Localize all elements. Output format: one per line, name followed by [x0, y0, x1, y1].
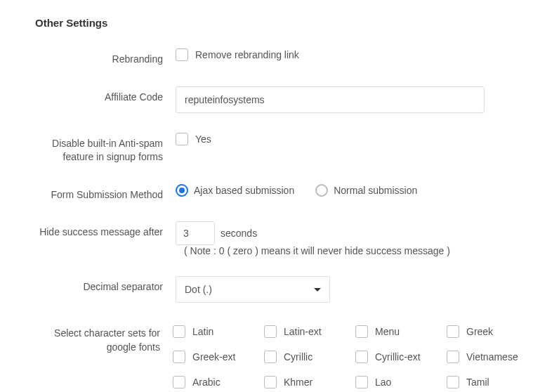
decimal-select-value: Dot (.): [185, 284, 212, 295]
affiliate-label: Affiliate Code: [28, 86, 176, 105]
charset-label: Arabic: [192, 377, 221, 388]
rebranding-label: Rebranding: [28, 48, 176, 67]
charset-label: Khmer: [284, 377, 313, 388]
chevron-down-icon: [314, 288, 321, 292]
rebranding-control: Remove rebranding link: [176, 48, 531, 61]
charsets-grid: LatinLatin-extMenuGreekGreek-extCyrillic…: [173, 322, 531, 392]
charsets-label: Select character sets for google fonts: [28, 322, 173, 354]
row-decimal: Decimal separator Dot (.): [28, 276, 531, 303]
affiliate-control: [176, 86, 531, 113]
rebranding-checkbox[interactable]: [176, 48, 188, 61]
submission-normal-label: Normal submission: [334, 185, 417, 196]
charset-checkbox[interactable]: [447, 351, 459, 363]
rebranding-checkbox-label: Remove rebranding link: [195, 49, 299, 60]
row-rebranding: Rebranding Remove rebranding link: [28, 48, 531, 67]
submission-ajax-radio[interactable]: [176, 184, 188, 197]
row-submission: Form Submission Method Ajax based submis…: [28, 184, 531, 202]
charsets-control: LatinLatin-extMenuGreekGreek-extCyrillic…: [173, 322, 531, 392]
charset-checkbox[interactable]: [173, 351, 185, 363]
charset-item: Latin: [173, 325, 257, 338]
row-charsets: Select character sets for google fonts L…: [28, 322, 531, 392]
charset-label: Greek-ext: [192, 351, 235, 362]
antispam-label: Disable built-in Anti-spam feature in si…: [28, 133, 176, 164]
charset-item: Arabic: [173, 376, 257, 388]
decimal-control: Dot (.): [176, 276, 531, 303]
decimal-select[interactable]: Dot (.): [176, 276, 330, 303]
charset-item: Menu: [355, 325, 440, 338]
hide-success-note: ( Note : 0 ( zero ) means it will never …: [184, 245, 450, 256]
antispam-checkbox-label: Yes: [195, 133, 211, 145]
charset-checkbox[interactable]: [355, 376, 368, 388]
submission-control: Ajax based submission Normal submission: [176, 184, 531, 197]
submission-label: Form Submission Method: [28, 184, 176, 202]
charset-item: Greek: [447, 325, 531, 338]
submission-normal-radio[interactable]: [315, 184, 328, 197]
submission-ajax-label: Ajax based submission: [194, 185, 294, 196]
charset-item: Cyrillic-ext: [355, 351, 440, 363]
charset-label: Lao: [375, 377, 391, 388]
charset-label: Latin: [192, 326, 213, 337]
charset-checkbox[interactable]: [264, 376, 277, 388]
charset-checkbox[interactable]: [447, 325, 459, 338]
charset-checkbox[interactable]: [173, 376, 185, 388]
charset-item: Tamil: [447, 376, 531, 388]
charset-item: Cyrillic: [264, 351, 348, 363]
affiliate-input[interactable]: [176, 86, 485, 113]
charset-checkbox[interactable]: [264, 351, 277, 363]
charset-label: Latin-ext: [284, 326, 322, 337]
charset-label: Menu: [375, 326, 400, 337]
decimal-label: Decimal separator: [28, 276, 176, 294]
charset-checkbox[interactable]: [173, 325, 185, 338]
charset-label: Cyrillic: [284, 351, 313, 362]
charset-item: Khmer: [264, 376, 348, 388]
charset-label: Cyrillic-ext: [375, 351, 421, 362]
hide-success-control: seconds ( Note : 0 ( zero ) means it wil…: [176, 221, 531, 256]
charset-label: Greek: [466, 326, 493, 337]
charset-item: Latin-ext: [264, 325, 348, 338]
submission-ajax-wrap: Ajax based submission: [176, 184, 294, 197]
charset-item: Lao: [355, 376, 440, 388]
charset-item: Greek-ext: [173, 351, 257, 363]
submission-normal-wrap: Normal submission: [315, 184, 417, 197]
charset-label: Vietnamese: [466, 351, 518, 362]
charset-item: Vietnamese: [447, 351, 531, 363]
hide-success-label: Hide success message after: [28, 221, 176, 240]
charset-label: Tamil: [466, 377, 489, 388]
antispam-control: Yes: [176, 133, 531, 145]
charset-checkbox[interactable]: [264, 325, 277, 338]
section-title: Other Settings: [28, 17, 531, 29]
charset-checkbox[interactable]: [447, 376, 459, 388]
row-hide-success: Hide success message after seconds ( Not…: [28, 221, 531, 256]
charset-checkbox[interactable]: [355, 325, 368, 338]
hide-success-input[interactable]: [176, 221, 215, 245]
charset-checkbox[interactable]: [355, 351, 368, 363]
row-antispam: Disable built-in Anti-spam feature in si…: [28, 133, 531, 164]
hide-success-unit: seconds: [221, 228, 257, 239]
antispam-checkbox[interactable]: [176, 133, 188, 145]
row-affiliate: Affiliate Code: [28, 86, 531, 113]
